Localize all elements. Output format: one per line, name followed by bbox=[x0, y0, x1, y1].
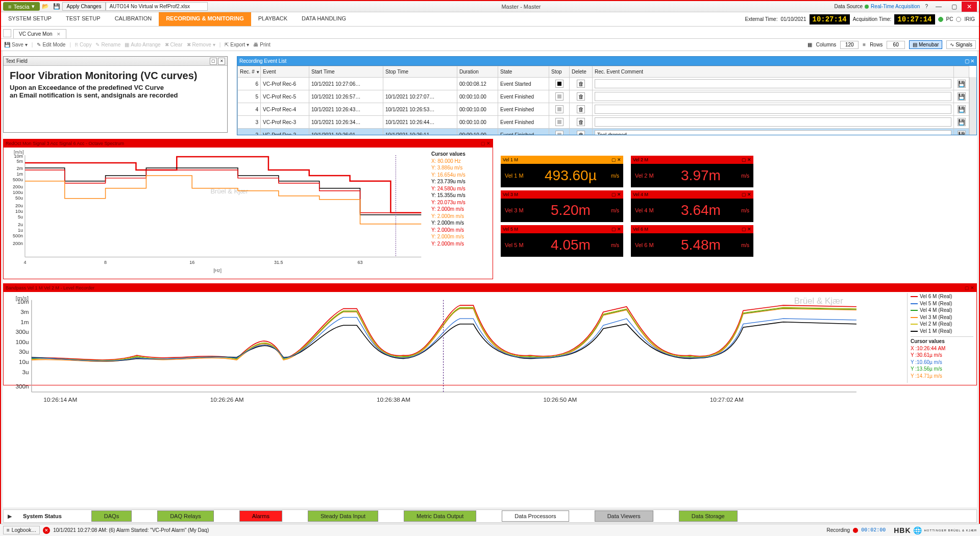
menu-playback[interactable]: PLAYBACK bbox=[251, 12, 295, 26]
octave-chart-header[interactable]: RedOct Mon Signal 3 Acc Signal 6 Acc - O… bbox=[4, 139, 493, 148]
tab-close-icon[interactable]: ✕ bbox=[57, 32, 61, 37]
delete-button[interactable] bbox=[577, 92, 585, 101]
panel-close-icon[interactable]: ✕ bbox=[486, 141, 491, 146]
save-dropdown[interactable]: 💾 Save ▾ bbox=[4, 42, 28, 47]
comment-input[interactable] bbox=[595, 130, 951, 135]
minimize-button[interactable]: — bbox=[931, 2, 946, 12]
delete-button[interactable] bbox=[577, 80, 585, 88]
close-button[interactable]: ✕ bbox=[962, 2, 977, 12]
delete-button[interactable] bbox=[577, 105, 585, 113]
panel-close-icon[interactable]: ✕ bbox=[970, 285, 974, 290]
app-menu-button[interactable]: ≡ Tescia ▾ bbox=[3, 2, 40, 11]
panel-close-icon[interactable]: ✕ bbox=[617, 227, 621, 232]
columns-input[interactable] bbox=[840, 41, 859, 49]
event-row[interactable]: 4VC-Prof Rec-410/1/2021 10:26:43…10/1/20… bbox=[238, 103, 969, 116]
delete-button[interactable] bbox=[577, 131, 585, 135]
event-row[interactable]: 3VC-Prof Rec-310/1/2021 10:26:34…10/1/20… bbox=[238, 116, 969, 129]
status-data-storage[interactable]: Data Storage bbox=[679, 510, 738, 522]
panel-close-icon[interactable]: ✕ bbox=[747, 227, 751, 232]
menu-test-setup[interactable]: TEST SETUP bbox=[59, 12, 108, 26]
comment-input[interactable] bbox=[595, 117, 951, 127]
panel-max-icon[interactable]: ▢ bbox=[742, 157, 746, 162]
data-source-value[interactable]: Real-Time Acquisition bbox=[871, 4, 920, 9]
status-alarms[interactable]: Alarms bbox=[239, 510, 282, 522]
event-list-header[interactable]: Recording Event List ▢✕ bbox=[237, 57, 976, 66]
stop-button[interactable] bbox=[555, 118, 564, 126]
menu-calibration[interactable]: CALIBRATION bbox=[108, 12, 159, 26]
save-comment-button[interactable] bbox=[958, 80, 966, 88]
panel-close-icon[interactable]: ✕ bbox=[970, 58, 974, 64]
event-col-header[interactable]: Delete bbox=[570, 66, 593, 78]
export-dropdown[interactable]: ⇱ Export ▾ bbox=[225, 42, 249, 47]
save-comment-button[interactable] bbox=[958, 105, 966, 113]
logbook-button[interactable]: ≡ Logbook… bbox=[3, 526, 40, 534]
pc-radio[interactable] bbox=[938, 17, 943, 22]
panel-max-icon[interactable]: ▢ bbox=[481, 141, 485, 146]
play-icon[interactable]: ▶ bbox=[8, 513, 12, 520]
tab-vc-curve-mon[interactable]: VC Curve Mon ✕ bbox=[13, 29, 66, 38]
stop-button[interactable] bbox=[555, 105, 564, 113]
open-folder-icon[interactable]: 📂 bbox=[41, 3, 50, 11]
comment-input[interactable] bbox=[595, 92, 951, 101]
text-field-header[interactable]: Text Field ▢✕ bbox=[4, 57, 227, 66]
event-col-header[interactable]: Rec. Event Comment bbox=[593, 66, 954, 78]
maximize-button[interactable]: ▢ bbox=[946, 2, 962, 12]
panel-max-icon[interactable]: ▢ bbox=[965, 285, 969, 290]
panel-max-icon[interactable]: ▢ bbox=[742, 227, 746, 232]
event-row[interactable]: 5VC-Prof Rec-510/1/2021 10:26:57…10/1/20… bbox=[238, 90, 969, 103]
delete-button[interactable] bbox=[577, 118, 585, 126]
event-col-header[interactable]: Event bbox=[261, 66, 309, 78]
panel-max-icon[interactable]: ▢ bbox=[611, 192, 616, 197]
event-col-header[interactable] bbox=[954, 66, 969, 78]
event-col-header[interactable]: Rec. # ▼ bbox=[238, 66, 261, 78]
stop-button[interactable] bbox=[555, 131, 564, 135]
gauge-header[interactable]: Vel 6 M▢✕ bbox=[631, 225, 753, 233]
panel-max-icon[interactable]: ▢ bbox=[742, 192, 746, 197]
status-data-processors[interactable]: Data Processors bbox=[502, 510, 569, 522]
panel-max-icon[interactable]: ▢ bbox=[965, 58, 969, 64]
gauge-header[interactable]: Vel 2 M▢✕ bbox=[631, 156, 753, 164]
level-chart-body[interactable]: [m/s] Brüel & Kjær 10m 3m 1m 300u 100u 3… bbox=[4, 292, 976, 385]
save-comment-button[interactable] bbox=[958, 131, 966, 135]
event-col-header[interactable]: Start Time bbox=[309, 66, 383, 78]
comment-input[interactable] bbox=[595, 79, 951, 88]
level-chart-header[interactable]: Bandpass Vel 1 M Vel 2 M - Level Recorde… bbox=[4, 284, 976, 292]
panel-max-icon[interactable]: ▢ bbox=[210, 58, 217, 65]
stop-button[interactable] bbox=[555, 92, 564, 101]
panel-close-icon[interactable]: ✕ bbox=[617, 157, 621, 162]
stop-button[interactable] bbox=[555, 80, 564, 88]
save-comment-button[interactable] bbox=[958, 118, 966, 126]
menu-recording-monitoring[interactable]: RECORDING & MONITORING bbox=[159, 12, 251, 26]
gauge-header[interactable]: Vel 5 M▢✕ bbox=[501, 225, 623, 233]
event-scrollbar[interactable] bbox=[969, 77, 976, 135]
menu-data-handling[interactable]: DATA HANDLING bbox=[295, 12, 353, 26]
signals-toggle[interactable]: ∿ Signals bbox=[946, 40, 976, 49]
status-metric-data-output[interactable]: Metric Data Output bbox=[404, 510, 476, 522]
comment-input[interactable] bbox=[595, 105, 951, 114]
gauge-header[interactable]: Vel 1 M▢✕ bbox=[501, 156, 623, 164]
save-comment-button[interactable] bbox=[958, 92, 966, 101]
status-daqs[interactable]: DAQs bbox=[91, 510, 132, 522]
event-col-header[interactable]: Duration bbox=[457, 66, 498, 78]
status-daq-relays[interactable]: DAQ Relays bbox=[157, 510, 214, 522]
rows-input[interactable] bbox=[887, 41, 905, 49]
panel-close-icon[interactable]: ✕ bbox=[747, 157, 751, 162]
menu-system-setup[interactable]: SYSTEM SETUP bbox=[1, 12, 59, 26]
save-icon[interactable]: 💾 bbox=[53, 3, 61, 11]
panel-max-icon[interactable]: ▢ bbox=[611, 157, 616, 162]
help-button[interactable]: ? bbox=[925, 4, 928, 9]
status-data-viewers[interactable]: Data Viewers bbox=[595, 510, 653, 522]
event-row[interactable]: 6VC-Prof Rec-610/1/2021 10:27:06…00:00:0… bbox=[238, 78, 969, 90]
gauge-header[interactable]: Vel 3 M▢✕ bbox=[501, 190, 623, 199]
menubar-toggle[interactable]: ▤ Menubar bbox=[909, 40, 942, 49]
status-steady-data-input[interactable]: Steady Data Input bbox=[308, 510, 378, 522]
edit-mode-button[interactable]: ✎ Edit Mode bbox=[37, 42, 65, 47]
irig-radio[interactable] bbox=[956, 17, 961, 22]
apply-changes-button[interactable]: Apply Changes bbox=[62, 2, 106, 11]
panel-max-icon[interactable]: ▢ bbox=[611, 227, 616, 232]
event-col-header[interactable]: Stop Time bbox=[383, 66, 457, 78]
panel-close-icon[interactable]: ✕ bbox=[617, 192, 621, 197]
octave-chart-body[interactable]: [m/s] Brüel & Kjær 10m 5m 2m 1m 500u 200… bbox=[4, 148, 493, 279]
event-row[interactable]: 2VC-Prof Rec-210/1/2021 10:26:01…10/1/20… bbox=[238, 129, 969, 135]
tab-close-all-icon[interactable] bbox=[3, 29, 11, 37]
